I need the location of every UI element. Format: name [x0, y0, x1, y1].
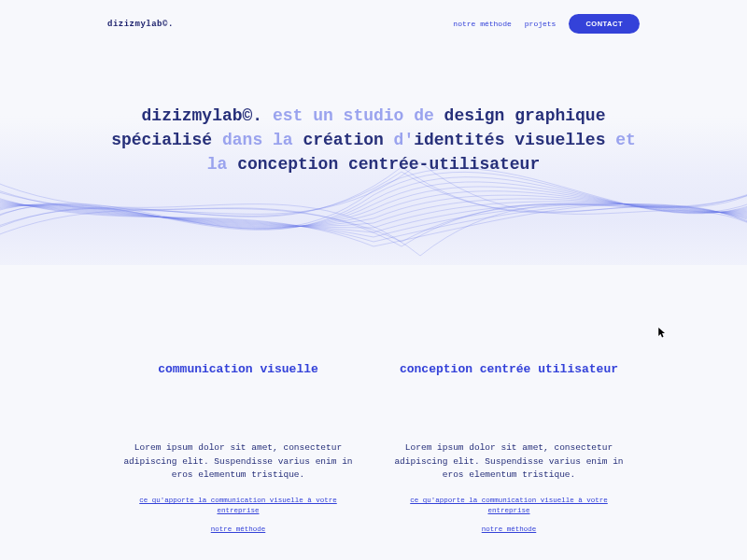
nav-link-projects[interactable]: projets — [525, 20, 557, 28]
section-user-centered-design: conception centrée utilisateur Lorem ips… — [392, 361, 626, 535]
section-link-benefit[interactable]: ce qu'apporte la communication visuelle … — [392, 496, 626, 517]
section-visual-communication: communication visuelle Lorem ipsum dolor… — [121, 361, 355, 535]
hero-part-8: identités visuelles — [414, 131, 605, 149]
hero-part-10: conception centrée-utilisateur — [237, 155, 540, 174]
hero-part-3: design graphique — [444, 106, 606, 125]
hero-part-2: est un studio de — [262, 106, 444, 125]
section-title: conception centrée utilisateur — [392, 361, 626, 399]
hero-part-7: d' — [384, 131, 414, 149]
section-links: ce qu'apporte la communication visuelle … — [392, 496, 626, 535]
section-link-method[interactable]: notre méthode — [392, 525, 626, 535]
header: dizizmylab©. notre méthode projets CONTA… — [0, 0, 747, 48]
sections: communication visuelle Lorem ipsum dolor… — [0, 361, 747, 535]
cursor-icon — [658, 328, 666, 339]
section-body: Lorem ipsum dolor sit amet, consectetur … — [121, 441, 355, 483]
section-body: Lorem ipsum dolor sit amet, consectetur … — [392, 441, 626, 483]
hero-part-4: spécialisé — [111, 131, 212, 149]
hero: dizizmylab©. est un studio de design gra… — [0, 102, 747, 279]
hero-headline: dizizmylab©. est un studio de design gra… — [0, 102, 747, 176]
hero-part-5: dans la — [212, 131, 303, 149]
section-links: ce qu'apporte la communication visuelle … — [121, 496, 355, 535]
contact-button[interactable]: CONTACT — [569, 14, 640, 34]
logo[interactable]: dizizmylab©. — [107, 20, 174, 29]
section-link-method[interactable]: notre méthode — [121, 525, 355, 535]
hero-part-1: dizizmylab©. — [142, 106, 263, 125]
section-title: communication visuelle — [121, 361, 355, 399]
nav-link-method[interactable]: notre méthode — [453, 20, 511, 28]
section-link-benefit[interactable]: ce qu'apporte la communication visuelle … — [121, 496, 355, 517]
hero-part-6: création — [303, 131, 383, 149]
nav: notre méthode projets CONTACT — [453, 14, 640, 34]
